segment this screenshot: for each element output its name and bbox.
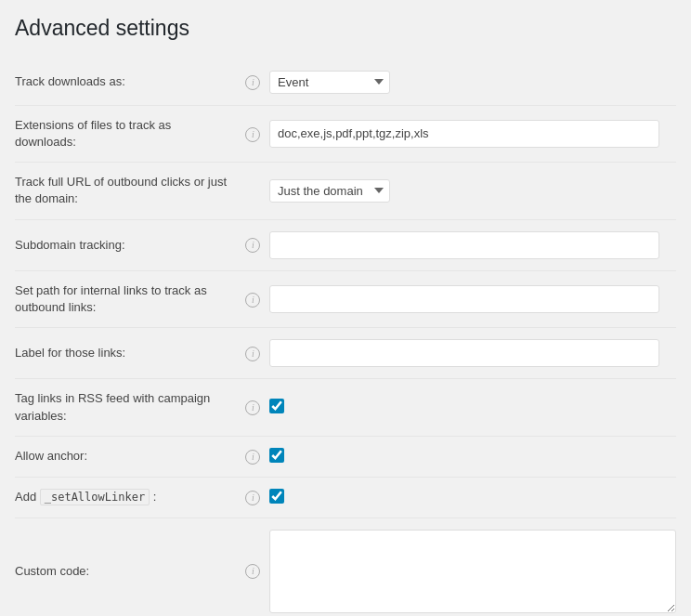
control-internal-links: [266, 270, 676, 327]
help-icon-internal-links[interactable]: i: [245, 293, 260, 308]
help-icon-custom-code[interactable]: i: [245, 564, 260, 579]
control-outbound-clicks: Just the domain Full URL: [266, 163, 676, 219]
input-internal-links[interactable]: [269, 285, 659, 313]
input-subdomain-tracking[interactable]: [269, 231, 659, 259]
row-outbound-clicks: Track full URL of outbound clicks or jus…: [15, 163, 676, 219]
select-track-downloads[interactable]: Event: [269, 71, 390, 94]
settings-table: Track downloads as: i Event Extensions o…: [15, 59, 676, 616]
help-icon-track-downloads[interactable]: i: [245, 75, 260, 90]
help-track-downloads[interactable]: i: [241, 59, 266, 106]
control-custom-code: [266, 518, 676, 616]
help-icon-label-links[interactable]: i: [245, 347, 260, 361]
help-file-extensions[interactable]: i: [241, 105, 266, 162]
help-icon-set-allow-linker[interactable]: i: [245, 491, 260, 505]
control-set-allow-linker: [266, 477, 676, 518]
code-set-allow-linker: _setAllowLinker: [40, 489, 150, 505]
label-custom-code: Custom code:: [15, 518, 241, 616]
page-title: Advanced settings: [15, 15, 676, 43]
input-file-extensions[interactable]: [269, 120, 659, 148]
help-icon-file-extensions[interactable]: i: [245, 127, 260, 142]
control-track-downloads: Event: [266, 59, 676, 106]
label-subdomain-tracking: Subdomain tracking:: [15, 219, 241, 270]
label-rss-campaign: Tag links in RSS feed with campaign vari…: [15, 379, 241, 436]
row-label-links: Label for those links: i: [15, 328, 676, 379]
help-icon-allow-anchor[interactable]: i: [245, 450, 260, 465]
label-label-links: Label for those links:: [15, 328, 241, 379]
row-set-allow-linker: Add _setAllowLinker : i: [15, 477, 676, 518]
row-custom-code: Custom code: i: [15, 518, 676, 616]
label-set-allow-linker: Add _setAllowLinker :: [15, 477, 241, 518]
control-subdomain-tracking: [266, 219, 676, 270]
row-file-extensions: Extensions of files to track as download…: [15, 105, 676, 162]
help-custom-code[interactable]: i: [241, 518, 266, 616]
checkbox-allow-anchor[interactable]: [269, 448, 284, 463]
control-file-extensions: [266, 105, 676, 162]
help-subdomain-tracking[interactable]: i: [241, 219, 266, 270]
row-track-downloads: Track downloads as: i Event: [15, 59, 676, 106]
label-outbound-clicks: Track full URL of outbound clicks or jus…: [15, 163, 241, 219]
help-icon-subdomain-tracking[interactable]: i: [245, 238, 260, 253]
help-icon-rss-campaign[interactable]: i: [245, 400, 260, 415]
control-label-links: [266, 328, 676, 379]
control-rss-campaign: [266, 379, 676, 436]
help-label-links[interactable]: i: [241, 328, 266, 379]
help-rss-campaign[interactable]: i: [241, 379, 266, 436]
row-internal-links: Set path for internal links to track as …: [15, 270, 676, 327]
label-allow-anchor: Allow anchor:: [15, 436, 241, 477]
help-outbound-clicks: [241, 163, 266, 219]
label-track-downloads: Track downloads as:: [15, 59, 241, 106]
input-label-links[interactable]: [269, 339, 659, 367]
row-rss-campaign: Tag links in RSS feed with campaign vari…: [15, 379, 676, 436]
checkbox-set-allow-linker[interactable]: [269, 489, 284, 504]
help-set-allow-linker[interactable]: i: [241, 477, 266, 518]
help-allow-anchor[interactable]: i: [241, 436, 266, 477]
label-internal-links: Set path for internal links to track as …: [15, 270, 241, 327]
control-allow-anchor: [266, 436, 676, 477]
help-internal-links[interactable]: i: [241, 270, 266, 327]
checkbox-rss-campaign[interactable]: [269, 399, 284, 413]
row-subdomain-tracking: Subdomain tracking: i: [15, 219, 676, 270]
row-allow-anchor: Allow anchor: i: [15, 436, 676, 477]
label-file-extensions: Extensions of files to track as download…: [15, 105, 241, 162]
textarea-custom-code[interactable]: [269, 530, 676, 613]
select-outbound-clicks[interactable]: Just the domain Full URL: [269, 179, 390, 203]
